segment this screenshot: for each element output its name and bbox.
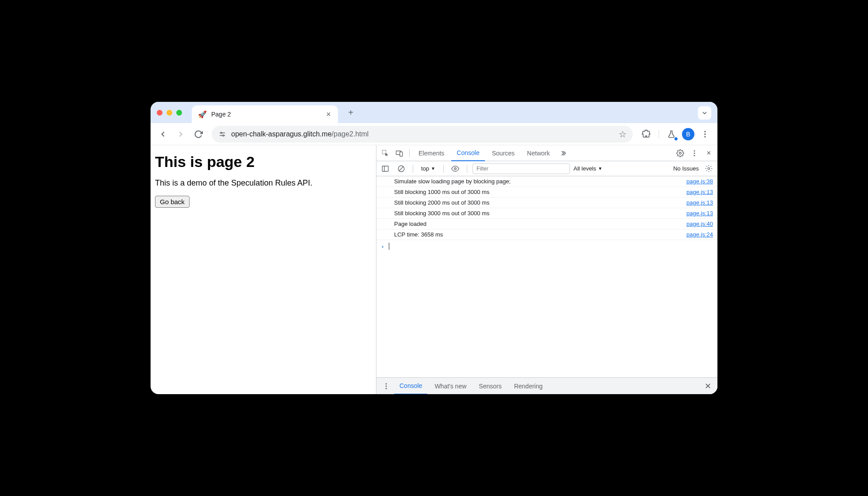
log-source-link[interactable]: page.js:40 [686,221,713,227]
svg-point-6 [704,136,705,137]
reload-button[interactable] [191,127,205,141]
tab-elements[interactable]: Elements [413,145,450,161]
drawer-tab-whatsnew[interactable]: What's new [429,378,472,395]
log-message: Still blocking 3000 ms out of 3000 ms [394,210,682,217]
devtools-menu-button[interactable] [688,147,701,159]
forward-button[interactable] [174,127,188,141]
log-row: Page loadedpage.js:40 [376,219,717,229]
console-prompt[interactable]: › [376,240,717,252]
svg-point-3 [223,135,224,136]
toggle-sidebar-button[interactable] [379,163,391,175]
console-filter-input[interactable] [473,163,570,174]
log-row: LCP time: 3658 mspage.js:24 [376,229,717,240]
console-toolbar: top ▼ All levels ▼ No Issues [376,161,717,176]
log-message: Still blocking 2000 ms out of 3000 ms [394,199,682,206]
close-window-button[interactable] [157,110,163,116]
separator [443,165,444,173]
maximize-window-button[interactable] [176,110,182,116]
separator [409,149,410,157]
minimize-window-button[interactable] [167,110,172,116]
more-tabs-button[interactable] [557,147,569,159]
svg-point-18 [454,167,457,170]
extensions-button[interactable] [639,127,653,141]
log-levels-selector[interactable]: All levels ▼ [574,165,602,172]
svg-point-21 [386,385,387,387]
live-expression-button[interactable] [449,163,461,175]
tab-title: Page 2 [211,111,321,118]
browser-tab[interactable]: 🚀 Page 2 × [192,105,338,123]
toolbar-divider [659,130,659,139]
drawer-tab-console[interactable]: Console [394,378,427,394]
bookmark-button[interactable]: ☆ [619,129,627,140]
clear-console-button[interactable] [395,163,407,175]
svg-point-2 [221,132,222,133]
separator [413,165,413,173]
browser-toolbar: open-chalk-asparagus.glitch.me/page2.htm… [151,123,717,145]
execution-context-selector[interactable]: top ▼ [418,165,438,172]
log-source-link[interactable]: page.js:38 [686,178,713,185]
log-source-link[interactable]: page.js:13 [686,210,713,217]
svg-point-12 [694,152,695,154]
back-button[interactable] [156,127,170,141]
profile-avatar[interactable]: B [682,128,694,140]
svg-rect-14 [382,166,388,171]
devtools-panel: Elements Console Sources Network ✕ top ▼ [376,145,717,394]
log-message: Still blocking 1000 ms out of 3000 ms [394,189,682,195]
log-message: Simulate slow loading page by blocking p… [394,178,682,185]
content-area: This is page 2 This is a demo of the Spe… [151,145,717,394]
separator [467,165,467,173]
log-message: LCP time: 3658 ms [394,231,682,238]
prompt-chevron-icon: › [381,243,384,250]
log-row: Still blocking 1000 ms out of 3000 mspag… [376,187,717,198]
svg-rect-9 [400,152,403,156]
tab-close-button[interactable]: × [325,110,332,119]
browser-menu-button[interactable] [698,127,712,141]
log-row: Still blocking 3000 ms out of 3000 mspag… [376,208,717,219]
svg-point-22 [386,388,387,389]
svg-point-10 [679,152,682,154]
devtools-drawer: Console What's new Sensors Rendering ✕ [376,377,717,394]
labs-button[interactable] [664,127,678,141]
device-toolbar-button[interactable] [393,147,406,159]
inspect-element-button[interactable] [379,147,391,159]
tab-overflow-button[interactable] [698,106,711,120]
devtools-settings-button[interactable] [674,147,686,159]
log-source-link[interactable]: page.js:24 [686,231,713,238]
svg-point-13 [694,155,695,156]
titlebar: 🚀 Page 2 × + [151,102,717,123]
svg-line-17 [399,166,404,171]
drawer-tab-rendering[interactable]: Rendering [509,378,548,395]
log-source-link[interactable]: page.js:13 [686,189,713,195]
tab-network[interactable]: Network [522,145,555,161]
log-row: Still blocking 2000 ms out of 3000 mspag… [376,198,717,208]
devtools-tabbar: Elements Console Sources Network ✕ [376,145,717,161]
log-message: Page loaded [394,221,682,227]
svg-point-5 [704,133,705,135]
address-bar[interactable]: open-chalk-asparagus.glitch.me/page2.htm… [212,126,633,143]
tab-favicon-icon: 🚀 [198,110,207,119]
drawer-tab-sensors[interactable]: Sensors [473,378,507,395]
tab-console[interactable]: Console [451,145,484,161]
console-output: Simulate slow loading page by blocking p… [376,176,717,377]
console-settings-button[interactable] [702,163,715,175]
svg-point-11 [694,150,695,151]
window-controls [157,110,182,116]
svg-point-19 [708,167,709,169]
url-text: open-chalk-asparagus.glitch.me/page2.htm… [231,130,614,138]
go-back-button[interactable]: Go back [155,196,190,208]
issues-label[interactable]: No Issues [673,165,699,172]
tab-sources[interactable]: Sources [487,145,520,161]
browser-window: 🚀 Page 2 × + open-chalk-asparagus.glitch… [151,102,717,394]
drawer-close-button[interactable]: ✕ [702,381,714,391]
prompt-cursor [389,243,389,250]
site-settings-icon[interactable] [218,130,227,139]
page-text: This is a demo of the Speculation Rules … [155,178,372,188]
page-viewport: This is page 2 This is a demo of the Spe… [151,145,376,394]
page-heading: This is page 2 [155,153,372,170]
new-tab-button[interactable]: + [344,106,357,119]
log-row: Simulate slow loading page by blocking p… [376,176,717,187]
devtools-close-button[interactable]: ✕ [702,147,715,159]
svg-point-4 [704,131,705,132]
drawer-menu-button[interactable] [380,380,392,392]
log-source-link[interactable]: page.js:13 [686,199,713,206]
